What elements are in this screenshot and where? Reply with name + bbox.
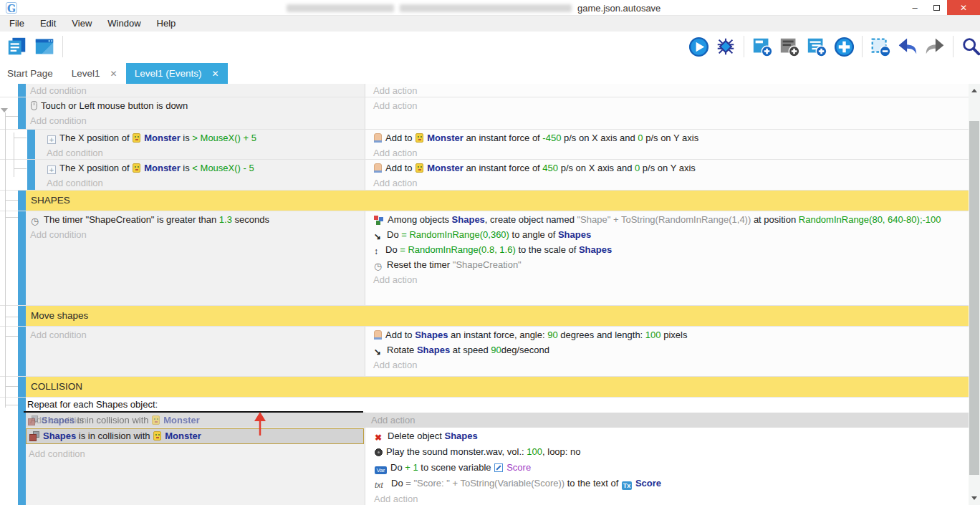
action-line[interactable]: Among objects Shapes, create object name… bbox=[370, 212, 969, 227]
text-segment: p/s on X axis and bbox=[558, 163, 635, 173]
add-action-placeholder[interactable]: Add action bbox=[370, 85, 969, 97]
text-segment: Reset the timer bbox=[387, 259, 453, 270]
add-condition-placeholder[interactable]: Add condition bbox=[29, 446, 85, 461]
add-action-placeholder[interactable]: Add action bbox=[371, 413, 415, 428]
add-condition-placeholder[interactable]: Add condition bbox=[44, 145, 365, 160]
condition-line[interactable]: The X position of Monster is < MouseX() … bbox=[44, 160, 365, 175]
add-action-placeholder[interactable]: Add action bbox=[370, 98, 969, 113]
redo-icon[interactable] bbox=[923, 35, 946, 58]
debug-icon[interactable] bbox=[714, 35, 737, 58]
action-line[interactable]: Add to Shapes an instant force, angle: 9… bbox=[370, 327, 969, 342]
text-segment: is bbox=[181, 133, 193, 143]
condition-line[interactable]: The timer "ShapeCreation" is greater tha… bbox=[27, 212, 365, 227]
scenevar-icon bbox=[494, 463, 503, 472]
event-selection-bar[interactable] bbox=[27, 130, 35, 159]
tab-start-page[interactable]: Start Page bbox=[0, 63, 63, 84]
comment-text[interactable]: Move shapes bbox=[26, 306, 969, 326]
condition-line[interactable]: Touch or Left mouse button is down bbox=[27, 98, 365, 113]
window-title-text: game.json.autosave bbox=[577, 3, 660, 14]
add-other-event-icon[interactable] bbox=[832, 35, 855, 58]
menu-view[interactable]: View bbox=[64, 16, 100, 32]
event-selection-bar[interactable] bbox=[18, 398, 26, 505]
add-subevent-icon[interactable] bbox=[805, 35, 828, 58]
tab-level1[interactable]: Level1 ✕ bbox=[63, 63, 126, 84]
action-line[interactable]: Delete object Shapes bbox=[371, 428, 969, 444]
event-selection-bar[interactable] bbox=[18, 377, 26, 397]
event-selection-bar[interactable] bbox=[18, 84, 26, 97]
action-line[interactable]: Rotate Shapes at speed 90deg/second bbox=[370, 342, 969, 357]
text-segment: to angle of bbox=[509, 229, 558, 240]
monster-icon bbox=[153, 431, 161, 441]
text-segment: + 1 bbox=[405, 462, 418, 473]
add-condition-placeholder[interactable]: Add condition bbox=[27, 227, 365, 242]
foreach-header[interactable]: Repeat for each Shapes object: bbox=[27, 398, 158, 412]
scrollbar-thumb[interactable] bbox=[969, 121, 979, 475]
add-condition-placeholder[interactable]: Add condition bbox=[27, 85, 365, 97]
comment-collision: COLLISION bbox=[0, 377, 969, 398]
menu-help[interactable]: Help bbox=[149, 16, 184, 32]
text-segment: Shapes bbox=[417, 345, 450, 355]
action-line[interactable]: Do = RandomInRange(0,360) to angle of Sh… bbox=[370, 227, 969, 242]
search-icon[interactable] bbox=[960, 35, 980, 58]
selected-collision-condition[interactable]: Shapes is in collision with Monster bbox=[26, 428, 364, 444]
event-selection-bar[interactable] bbox=[18, 306, 26, 326]
text-segment: Monster bbox=[163, 415, 200, 425]
tree-line bbox=[6, 317, 18, 317]
text-segment: p/s on Y axis bbox=[640, 163, 696, 173]
tab-close-icon[interactable]: ✕ bbox=[110, 69, 117, 79]
tab-close-icon[interactable]: ✕ bbox=[211, 69, 218, 79]
comment-text[interactable]: COLLISION bbox=[26, 377, 969, 397]
scene-editor-icon[interactable] bbox=[33, 35, 56, 58]
text-segment: Add to bbox=[385, 330, 415, 340]
text-segment: , loop: no bbox=[542, 446, 581, 457]
close-button[interactable]: ✕ bbox=[947, 0, 980, 15]
add-action-placeholder[interactable]: Add action bbox=[370, 272, 969, 287]
action-line[interactable]: Reset the timer "ShapeCreation" bbox=[370, 257, 969, 272]
vertical-scrollbar[interactable] bbox=[969, 84, 980, 505]
text-segment: = RandomInRange(0,360) bbox=[401, 229, 509, 240]
action-line[interactable]: Do = RandomInRange(0.8, 1.6) to the scal… bbox=[370, 242, 969, 257]
event-selection-bar[interactable] bbox=[18, 97, 26, 129]
action-line[interactable]: Do + 1 to scene variable Score bbox=[371, 460, 969, 476]
add-event-icon[interactable] bbox=[751, 35, 774, 58]
add-action-placeholder[interactable]: Add action bbox=[370, 175, 969, 191]
event-selection-bar[interactable] bbox=[27, 160, 35, 190]
toolbar-separator bbox=[744, 36, 744, 57]
text-segment: 90 bbox=[491, 345, 501, 355]
add-comment-icon[interactable] bbox=[778, 35, 801, 58]
comment-text[interactable]: SHAPES bbox=[26, 191, 969, 211]
tree-line bbox=[6, 386, 18, 387]
action-line[interactable]: Add to Monster an instant force of -450 … bbox=[370, 130, 969, 145]
event-selection-bar[interactable] bbox=[18, 191, 26, 211]
action-line[interactable]: Play the sound monster.wav, vol.: 100, l… bbox=[371, 444, 969, 460]
text-segment: p/s on X axis and bbox=[561, 133, 638, 143]
add-action-placeholder[interactable]: Add action bbox=[370, 145, 969, 160]
add-condition-placeholder[interactable]: Add condition bbox=[27, 327, 365, 342]
action-line[interactable]: Do = "Score: " + ToString(Variable(Score… bbox=[371, 476, 969, 491]
add-action-placeholder[interactable]: Add action bbox=[370, 357, 969, 372]
add-action-placeholder[interactable]: Add action bbox=[371, 491, 969, 505]
condition-line[interactable]: The X position of Monster is > MouseX() … bbox=[44, 130, 365, 145]
project-manager-icon[interactable] bbox=[6, 35, 29, 58]
maximize-button[interactable] bbox=[926, 0, 947, 15]
event-selection-bar[interactable] bbox=[18, 327, 26, 376]
preview-play-icon[interactable] bbox=[687, 35, 710, 58]
add-condition-placeholder[interactable]: Add condition bbox=[44, 175, 365, 191]
scroll-down-icon[interactable] bbox=[971, 496, 977, 500]
menu-file[interactable]: File bbox=[1, 16, 32, 32]
tree-expander-icon[interactable] bbox=[1, 108, 8, 112]
scroll-up-icon[interactable] bbox=[971, 89, 977, 92]
sound-icon bbox=[375, 448, 383, 456]
minimize-button[interactable]: – bbox=[904, 0, 926, 15]
undo-icon[interactable] bbox=[896, 35, 919, 58]
text-segment: 90 bbox=[547, 330, 557, 340]
tab-level1-events[interactable]: Level1 (Events) ✕ bbox=[126, 63, 228, 84]
conditions-cell: The timer "ShapeCreation" is greater tha… bbox=[26, 211, 365, 305]
menu-window[interactable]: Window bbox=[100, 16, 148, 32]
event-selection-bar[interactable] bbox=[18, 211, 26, 305]
tree-line bbox=[6, 217, 18, 218]
remove-event-icon[interactable] bbox=[869, 35, 892, 58]
add-condition-placeholder[interactable]: Add condition bbox=[27, 113, 365, 128]
action-line[interactable]: Add to Monster an instant force of 450 p… bbox=[370, 160, 969, 175]
menu-edit[interactable]: Edit bbox=[32, 16, 64, 32]
